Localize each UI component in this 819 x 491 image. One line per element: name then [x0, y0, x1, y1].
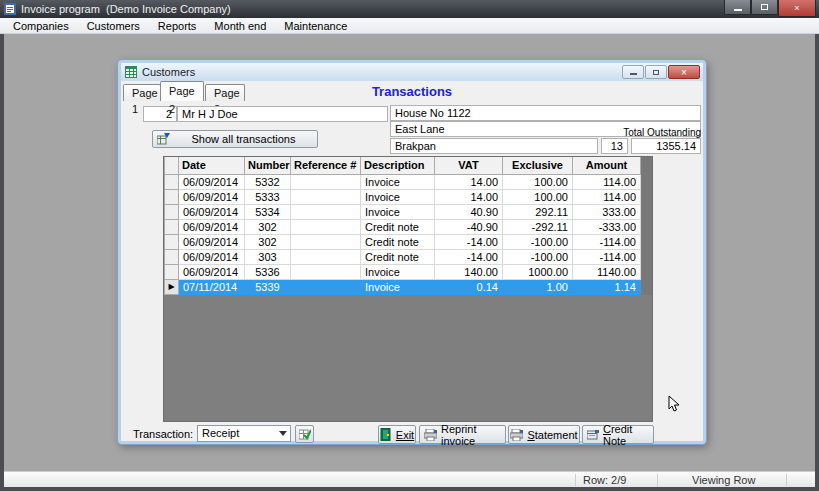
tab-page-3[interactable]: Page 3: [205, 84, 245, 101]
grid-cell[interactable]: 06/09/2014: [179, 249, 245, 264]
table-row[interactable]: 06/09/2014302Credit note-14.00-100.00-11…: [165, 234, 653, 249]
close-icon: ×: [794, 4, 799, 13]
grid-cell[interactable]: -14.00: [435, 234, 503, 249]
grid-cell[interactable]: Invoice: [361, 264, 435, 279]
grid-cell[interactable]: [291, 189, 361, 204]
show-all-transactions-button[interactable]: Show all transactions: [152, 130, 318, 148]
menu-month-end[interactable]: Month end: [205, 18, 275, 34]
app-minimize-button[interactable]: [724, 0, 751, 15]
grid-cell[interactable]: 5332: [245, 174, 291, 189]
grid-cell[interactable]: 140.00: [435, 264, 503, 279]
grid-cell[interactable]: 1.14: [573, 279, 641, 294]
menu-maintenance[interactable]: Maintenance: [275, 18, 356, 34]
grid-cell[interactable]: [291, 174, 361, 189]
grid-cell[interactable]: 14.00: [435, 174, 503, 189]
column-header[interactable]: Amount: [573, 157, 641, 174]
grid-cell[interactable]: -333.00: [573, 219, 641, 234]
close-icon: ×: [681, 68, 687, 77]
table-row[interactable]: 06/09/20145333Invoice14.00100.00114.00: [165, 189, 653, 204]
reprint-invoice-button[interactable]: Reprint invoice: [419, 425, 506, 444]
grid-cell[interactable]: Invoice: [361, 204, 435, 219]
table-row[interactable]: 06/09/2014302Credit note-40.90-292.11-33…: [165, 219, 653, 234]
table-row[interactable]: 06/09/20145336Invoice140.001000.001140.0…: [165, 264, 653, 279]
column-header[interactable]: Exclusive: [503, 157, 573, 174]
column-header[interactable]: Date: [179, 157, 245, 174]
grid-cell[interactable]: 303: [245, 249, 291, 264]
table-row[interactable]: 06/09/2014303Credit note-14.00-100.00-11…: [165, 249, 653, 264]
table-row[interactable]: ▶07/11/20145339Invoice0.141.001.14: [165, 279, 653, 294]
table-row[interactable]: 06/09/20145334Invoice40.90292.11333.00: [165, 204, 653, 219]
grid-cell[interactable]: -100.00: [503, 249, 573, 264]
grid-cell[interactable]: -292.11: [503, 219, 573, 234]
menu-reports[interactable]: Reports: [149, 18, 206, 34]
customers-close-button[interactable]: ×: [668, 65, 700, 79]
grid-cell[interactable]: 114.00: [573, 189, 641, 204]
grid-cell[interactable]: 114.00: [573, 174, 641, 189]
grid-cell[interactable]: [291, 234, 361, 249]
grid-cell[interactable]: Invoice: [361, 279, 435, 294]
grid-cell[interactable]: 06/09/2014: [179, 189, 245, 204]
grid-cell[interactable]: 07/11/2014: [179, 279, 245, 294]
statement-button[interactable]: Statement: [508, 425, 580, 444]
grid-cell[interactable]: [291, 264, 361, 279]
menu-customers[interactable]: Customers: [78, 18, 149, 34]
app-restore-button[interactable]: [751, 0, 778, 15]
table-row[interactable]: 06/09/20145332Invoice14.00100.00114.00: [165, 174, 653, 189]
transaction-type-select[interactable]: Receipt: [197, 425, 291, 442]
customers-minimize-button[interactable]: [622, 65, 644, 79]
customer-name-field[interactable]: Mr H J Doe: [177, 106, 388, 122]
transactions-grid[interactable]: DateNumberReference #DescriptionVATExclu…: [163, 156, 653, 422]
address-line3-field[interactable]: Brakpan: [390, 138, 598, 154]
grid-cell[interactable]: -114.00: [573, 249, 641, 264]
grid-cell[interactable]: [291, 219, 361, 234]
column-header[interactable]: Description: [361, 157, 435, 174]
grid-cell[interactable]: [291, 204, 361, 219]
column-header[interactable]: VAT: [435, 157, 503, 174]
grid-cell[interactable]: 14.00: [435, 189, 503, 204]
grid-cell[interactable]: Credit note: [361, 219, 435, 234]
address-line1-field[interactable]: House No 1122: [390, 105, 701, 121]
grid-cell[interactable]: Invoice: [361, 174, 435, 189]
column-header[interactable]: Number: [245, 157, 291, 174]
grid-cell[interactable]: 40.90: [435, 204, 503, 219]
column-header[interactable]: Reference #: [291, 157, 361, 174]
grid-cell[interactable]: 1000.00: [503, 264, 573, 279]
grid-cell[interactable]: 292.11: [503, 204, 573, 219]
grid-cell[interactable]: Credit note: [361, 234, 435, 249]
grid-cell[interactable]: [291, 249, 361, 264]
grid-cell[interactable]: 5334: [245, 204, 291, 219]
grid-cell[interactable]: -114.00: [573, 234, 641, 249]
grid-cell[interactable]: 06/09/2014: [179, 219, 245, 234]
grid-cell[interactable]: 1.00: [503, 279, 573, 294]
tab-page-2[interactable]: Page 2: [160, 81, 204, 101]
grid-cell[interactable]: Credit note: [361, 249, 435, 264]
menu-companies[interactable]: Companies: [4, 18, 78, 34]
grid-cell[interactable]: 302: [245, 234, 291, 249]
grid-cell[interactable]: 06/09/2014: [179, 174, 245, 189]
grid-cell[interactable]: 5339: [245, 279, 291, 294]
credit-note-button[interactable]: Credit Note: [582, 425, 654, 444]
grid-cell[interactable]: 100.00: [503, 189, 573, 204]
grid-cell[interactable]: 0.14: [435, 279, 503, 294]
grid-cell[interactable]: -40.90: [435, 219, 503, 234]
customers-restore-button[interactable]: [645, 65, 667, 79]
customers-titlebar[interactable]: Customers ×: [121, 63, 703, 81]
grid-cell[interactable]: [291, 279, 361, 294]
post-transaction-button[interactable]: [295, 425, 314, 443]
grid-cell[interactable]: 1140.00: [573, 264, 641, 279]
grid-cell[interactable]: 302: [245, 219, 291, 234]
grid-cell[interactable]: 5333: [245, 189, 291, 204]
grid-cell[interactable]: 06/09/2014: [179, 204, 245, 219]
exit-button[interactable]: Exit: [378, 425, 416, 444]
grid-cell[interactable]: 06/09/2014: [179, 234, 245, 249]
grid-cell[interactable]: -14.00: [435, 249, 503, 264]
tab-page-1[interactable]: Page 1: [123, 84, 161, 101]
grid-cell[interactable]: -100.00: [503, 234, 573, 249]
grid-cell[interactable]: 333.00: [573, 204, 641, 219]
grid-cell[interactable]: Invoice: [361, 189, 435, 204]
grid-cell[interactable]: 100.00: [503, 174, 573, 189]
grid-cell[interactable]: 06/09/2014: [179, 264, 245, 279]
grid-cell[interactable]: 5336: [245, 264, 291, 279]
app-close-button[interactable]: ×: [778, 0, 816, 17]
status-separator: [575, 474, 576, 486]
